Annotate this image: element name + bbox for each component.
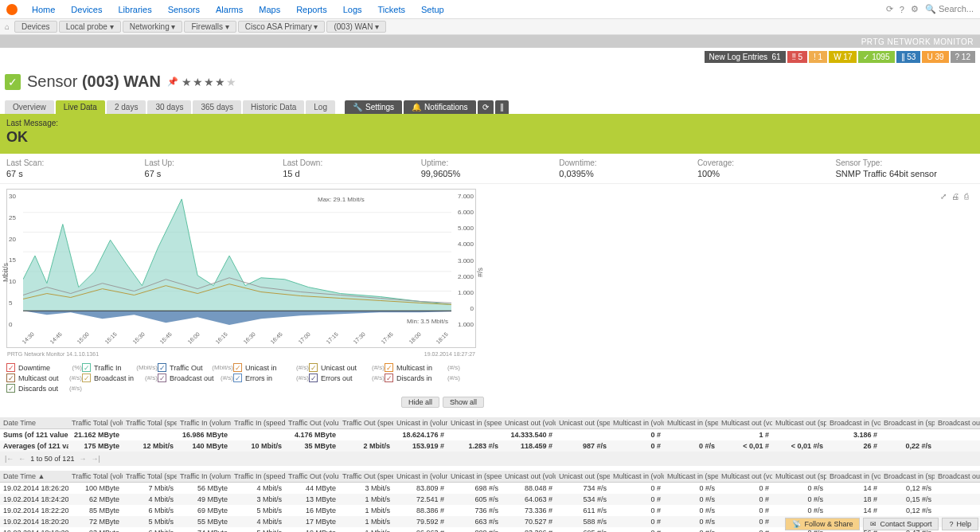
breadcrumb-item[interactable]: (003) WAN ▾ [326, 21, 386, 33]
show-all-button[interactable]: Show all [443, 397, 484, 408]
legend-item[interactable]: Unicast in(#/s) [233, 362, 309, 373]
chart-export-icon[interactable]: ⎙ [964, 192, 969, 201]
tab-settings[interactable]: 🔧Settings [345, 100, 402, 114]
pager-next-icon[interactable]: → [79, 455, 86, 463]
col-header[interactable]: Traffic Out (volume) [285, 417, 339, 429]
nav-maps[interactable]: Maps [251, 5, 288, 14]
col-header[interactable]: Date Time [0, 417, 68, 429]
col-header[interactable]: Traffic In (speed) [231, 417, 285, 429]
tab-historic-data[interactable]: Historic Data [243, 100, 304, 114]
pager-first-icon[interactable]: |← [5, 455, 14, 463]
col-header[interactable]: Traffic Out (speed) [339, 417, 393, 429]
col-header[interactable]: Multicast out (speed) [772, 417, 826, 429]
new-log-entries-badge[interactable]: New Log Entries 61 [705, 51, 786, 63]
nav-libraries[interactable]: Libraries [110, 5, 159, 14]
priority-stars[interactable]: ★★★★★ [182, 76, 237, 88]
tab-icon-button[interactable]: ‖ [495, 100, 509, 114]
col-header[interactable]: Broadcast out ( [935, 417, 980, 429]
col-header[interactable]: Multicast in (speed) [664, 417, 718, 429]
help-icon[interactable]: ? [900, 5, 904, 14]
col-header[interactable]: Unicast out (volume) [502, 471, 556, 483]
tab-2-days[interactable]: 2 days [107, 100, 146, 114]
status-badge[interactable]: ‼ 5 [787, 51, 807, 63]
col-header[interactable]: Multicast out (speed) [772, 471, 826, 483]
legend-item[interactable]: Broadcast out(#/s) [158, 373, 233, 383]
col-header[interactable]: Multicast in (volume) [610, 417, 664, 429]
legend-item[interactable]: Traffic Out(Mbit/s) [158, 362, 233, 373]
col-header[interactable]: Traffic Out (volume) [285, 471, 339, 483]
col-header[interactable]: Unicast in (speed) [447, 471, 502, 483]
col-header[interactable]: Traffic In (volume) [177, 417, 231, 429]
nav-tickets[interactable]: Tickets [370, 5, 413, 14]
hide-all-button[interactable]: Hide all [401, 397, 439, 408]
col-header[interactable]: Unicast out (speed) [556, 471, 610, 483]
col-header[interactable]: Broadcast in (volume) [826, 417, 880, 429]
legend-item[interactable]: Errors in(#/s) [233, 373, 309, 383]
col-header[interactable]: Unicast in (volume) [393, 417, 447, 429]
status-badge[interactable]: ✓ 1095 [858, 51, 894, 63]
legend-item[interactable]: Errors out(#/s) [309, 373, 385, 383]
settings-icon[interactable]: ⚙ [911, 4, 919, 14]
col-header[interactable]: Date Time ▲ [0, 471, 68, 483]
col-header[interactable]: Unicast in (volume) [393, 471, 447, 483]
breadcrumb-item[interactable]: Local probe ▾ [59, 21, 121, 33]
tab-log[interactable]: Log [306, 100, 335, 114]
col-header[interactable]: Multicast in (volume) [610, 471, 664, 483]
chart-expand-icon[interactable]: ⤢ [940, 192, 947, 201]
col-header[interactable]: Traffic Out (speed) [339, 471, 393, 483]
refresh-icon[interactable]: ⟳ [886, 4, 893, 14]
nav-alarms[interactable]: Alarms [208, 5, 251, 14]
col-header[interactable]: Traffic In (speed) [231, 471, 285, 483]
breadcrumb-item[interactable]: Firewalls ▾ [184, 21, 236, 33]
col-header[interactable]: Unicast out (speed) [556, 417, 610, 429]
status-badge[interactable]: ‖ 53 [896, 51, 921, 63]
status-badge[interactable]: ! 1 [809, 51, 827, 63]
col-header[interactable]: Broadcast in (volume) [826, 471, 880, 483]
bottom-help[interactable]: ?Help [942, 518, 978, 530]
nav-logs[interactable]: Logs [335, 5, 370, 14]
col-header[interactable]: Broadcast out ( [935, 471, 980, 483]
col-header[interactable]: Traffic Total (speed) [123, 417, 177, 429]
nav-setup[interactable]: Setup [413, 5, 452, 14]
col-header[interactable]: Broadcast in (speed) [880, 417, 935, 429]
home-icon[interactable]: ⌂ [5, 22, 10, 31]
breadcrumb-item[interactable]: Cisco ASA Primary ▾ [238, 21, 326, 33]
legend-item[interactable]: Traffic In(Mbit/s) [82, 362, 158, 373]
nav-devices[interactable]: Devices [63, 5, 110, 14]
legend-item[interactable]: Downtime(%) [6, 362, 82, 373]
pin-icon[interactable]: 📌 [167, 76, 178, 87]
tab-365-days[interactable]: 365 days [193, 100, 241, 114]
tab-30-days[interactable]: 30 days [147, 100, 191, 114]
legend-item[interactable]: Unicast out(#/s) [309, 362, 385, 373]
pager-prev-icon[interactable]: ← [18, 455, 25, 463]
nav-home[interactable]: Home [24, 5, 63, 14]
status-badge[interactable]: W 17 [829, 51, 857, 63]
nav-reports[interactable]: Reports [288, 5, 335, 14]
legend-item[interactable]: Broadcast in(#/s) [82, 373, 158, 383]
col-header[interactable]: Broadcast in (speed) [880, 471, 935, 483]
tab-live-data[interactable]: Live Data [56, 100, 105, 114]
legend-item[interactable]: Multicast in(#/s) [385, 362, 460, 373]
legend-item[interactable]: Discards out(#/s) [6, 383, 82, 393]
bottom-contact-support[interactable]: ✉Contact Support [863, 518, 939, 530]
pager-last-icon[interactable]: →| [91, 455, 100, 463]
chart-print-icon[interactable]: 🖨 [951, 192, 959, 201]
col-header[interactable]: Traffic In (volume) [177, 471, 231, 483]
legend-item[interactable]: Multicast out(#/s) [6, 373, 82, 383]
legend-item[interactable]: Discards in(#/s) [385, 373, 460, 383]
tab-notifications[interactable]: 🔔Notifications [404, 100, 475, 114]
status-badge[interactable]: U 39 [922, 51, 948, 63]
tab-overview[interactable]: Overview [5, 100, 54, 114]
col-header[interactable]: Traffic Total (speed) [123, 471, 177, 483]
col-header[interactable]: Traffic Total (volume) [68, 417, 123, 429]
col-header[interactable]: Traffic Total (volume) [68, 471, 123, 483]
col-header[interactable]: Unicast in (speed) [447, 417, 502, 429]
bottom-follow-share[interactable]: 📡Follow & Share [785, 518, 860, 530]
col-header[interactable]: Multicast out (volume) [718, 417, 772, 429]
status-badge[interactable]: ? 12 [951, 51, 975, 63]
col-header[interactable]: Multicast out (volume) [718, 471, 772, 483]
tab-icon-button[interactable]: ⟳ [478, 100, 494, 114]
nav-sensors[interactable]: Sensors [160, 5, 208, 14]
breadcrumb-item[interactable]: Networking ▾ [123, 21, 183, 33]
search-input[interactable]: 🔍 Search... [925, 4, 974, 14]
